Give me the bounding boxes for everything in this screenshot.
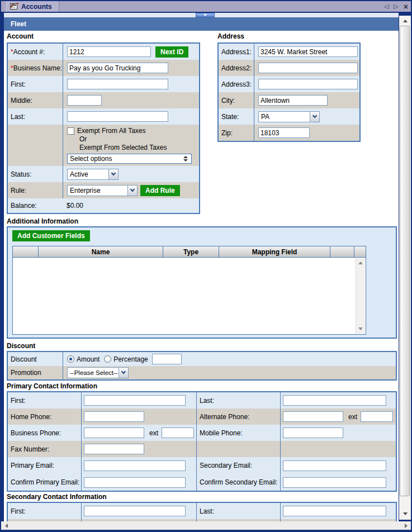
status-label: Status: — [8, 166, 63, 182]
table-scrollbar[interactable] — [356, 258, 365, 334]
amount-radio[interactable] — [67, 355, 74, 363]
additional-info-heading: Additional Information — [7, 217, 78, 225]
primary-contact-section: First: Last: Home Phone: Alternate Phone… — [7, 391, 397, 492]
exempt-all-taxes-label: Exempt From All Taxes — [77, 127, 145, 135]
confirm-secondary-email-input[interactable] — [283, 477, 386, 488]
fax-number-label: Fax Number: — [8, 441, 81, 457]
status-select[interactable]: Active — [67, 169, 119, 180]
discount-row: Discount Amount Percentage — [8, 352, 396, 366]
home-phone-label: Home Phone: — [8, 408, 81, 425]
promotion-row: Promotion --Please Select-- — [8, 366, 396, 379]
scroll-up-icon[interactable] — [358, 262, 363, 264]
address2-row: Address2: — [219, 60, 359, 76]
exempt-all-taxes-checkbox[interactable] — [67, 127, 74, 135]
contact-row: Fax Number: — [8, 441, 396, 457]
tab-controls: ◁ ▷ × — [384, 1, 408, 12]
tab-accounts[interactable]: Accounts — [6, 1, 59, 12]
customer-fields-table: Name Type Mapping Field — [12, 246, 366, 335]
address1-row: Address1: — [219, 44, 359, 60]
scroll-down-icon[interactable] — [358, 327, 363, 330]
splitter-strip — [4, 13, 399, 17]
scroll-up-button[interactable] — [399, 17, 411, 25]
tax-select-placeholder: Select options — [70, 155, 183, 163]
account-section: *Account #: Next ID *Business Name: Firs… — [7, 42, 200, 214]
alternate-phone-ext-input[interactable] — [361, 411, 393, 422]
exempt-selected-taxes-label: Exempt From Selected Taxes — [67, 144, 167, 151]
discount-amount-input[interactable] — [152, 354, 182, 364]
rule-value: Enterprise — [68, 186, 127, 196]
state-select[interactable]: PA — [258, 111, 320, 122]
accounts-tab-icon — [10, 3, 18, 10]
mobile-phone-input[interactable] — [283, 428, 343, 438]
ext-label: ext — [149, 429, 158, 437]
tab-label: Accounts — [21, 3, 52, 11]
last-label: Last: — [196, 503, 280, 519]
first-name-input[interactable] — [67, 79, 168, 89]
last-name-input[interactable] — [67, 111, 168, 122]
secondary-last-input[interactable] — [283, 506, 386, 516]
rule-label: Rule: — [8, 182, 63, 198]
confirm-primary-email-input[interactable] — [84, 477, 186, 488]
scroll-tabs-left-icon[interactable]: ◁ — [384, 3, 389, 10]
scroll-tabs-right-icon[interactable]: ▷ — [394, 3, 398, 10]
column-header-blank — [13, 246, 38, 257]
primary-last-input[interactable] — [283, 395, 386, 406]
promotion-select[interactable]: --Please Select-- — [67, 367, 129, 378]
address1-input[interactable] — [258, 46, 358, 57]
contact-row: Home Phone: Alternate Phone: ext — [8, 408, 396, 425]
horizontal-scrollbar[interactable] — [1, 521, 411, 530]
rule-select[interactable]: Enterprise — [67, 185, 138, 196]
add-customer-fields-button[interactable]: Add Customer Fields — [12, 230, 90, 241]
business-phone-input[interactable] — [84, 428, 144, 438]
collapse-panel-button[interactable] — [196, 13, 215, 17]
promotion-label: Promotion — [8, 366, 63, 379]
secondary-first-input[interactable] — [84, 506, 186, 516]
primary-email-input[interactable] — [84, 460, 186, 471]
scroll-up-icon — [403, 20, 408, 22]
tax-exempt-row: Exempt From All Taxes Or Exempt From Sel… — [8, 125, 199, 166]
scroll-down-button[interactable] — [399, 510, 411, 517]
address2-label: Address2: — [219, 60, 254, 76]
chevron-down-icon — [119, 368, 128, 378]
contact-row: Primary Email: Secondary Email: — [8, 457, 396, 474]
address2-input[interactable] — [258, 63, 358, 73]
discount-section: Discount Amount Percentage Promotion --P… — [7, 351, 397, 381]
table-header: Name Type Mapping Field — [12, 246, 366, 258]
confirm-secondary-email-label: Confirm Secondary Email: — [196, 474, 280, 491]
business-phone-label: Business Phone: — [8, 425, 81, 441]
secondary-email-label: Secondary Email: — [196, 457, 280, 474]
vertical-scrollbar[interactable] — [399, 16, 411, 520]
middle-name-input[interactable] — [67, 95, 102, 106]
panel-title: Fleet — [4, 17, 399, 31]
last-label: Last: — [196, 392, 280, 408]
percentage-radio[interactable] — [104, 355, 111, 363]
city-row: City: — [219, 92, 359, 108]
scroll-left-button[interactable] — [2, 521, 10, 530]
close-icon[interactable]: × — [404, 3, 408, 11]
city-input[interactable] — [258, 95, 328, 106]
status-value: Active — [68, 169, 108, 179]
first-label: First: — [8, 392, 81, 408]
status-row: Status: Active — [8, 166, 199, 182]
business-phone-ext-input[interactable] — [162, 428, 194, 438]
tax-select-options[interactable]: Select options — [67, 154, 192, 164]
secondary-contact-heading: Secondary Contact Information — [7, 493, 107, 501]
zip-input[interactable] — [258, 127, 310, 138]
address3-input[interactable] — [258, 79, 358, 89]
add-rule-button[interactable]: Add Rule — [140, 185, 180, 196]
alternate-phone-input[interactable] — [283, 411, 343, 422]
state-row: State: PA — [219, 108, 359, 125]
secondary-email-input[interactable] — [283, 460, 386, 471]
address1-label: Address1: — [219, 44, 254, 60]
home-phone-input[interactable] — [84, 411, 144, 422]
fax-number-input[interactable] — [84, 444, 144, 454]
primary-first-input[interactable] — [84, 395, 186, 406]
ext-label: ext — [348, 413, 357, 421]
table-body — [12, 258, 366, 335]
scroll-left-icon — [5, 524, 8, 528]
business-name-input[interactable] — [67, 63, 168, 73]
vertical-scrollbar-thumb[interactable] — [400, 26, 410, 496]
scroll-right-button[interactable] — [402, 521, 410, 530]
next-id-button[interactable]: Next ID — [155, 46, 188, 58]
account-number-input[interactable] — [67, 46, 151, 57]
